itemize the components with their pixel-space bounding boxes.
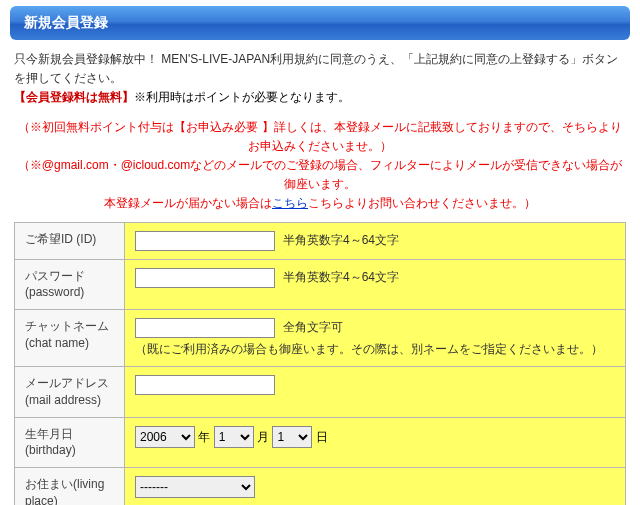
notice-line2: （※@gmail.com・@icloud.comなどのメールでのご登録の場合、フ…: [14, 156, 626, 194]
mail-input[interactable]: [135, 375, 275, 395]
birthday-day-select[interactable]: 1: [272, 426, 312, 448]
notice-block: （※初回無料ポイント付与は【お申込み必要 】詳しくは、本登録メールに記載致してお…: [0, 114, 640, 222]
intro-line1: 只今新規会員登録解放中！ MEN'S-LIVE-JAPAN利用規約に同意のうえ、…: [14, 52, 618, 85]
label-chatname: チャットネーム (chat name): [15, 310, 125, 367]
month-suffix: 月: [257, 430, 269, 444]
label-mail: メールアドレス (mail address): [15, 367, 125, 418]
password-hint: 半角英数字4～64文字: [283, 268, 399, 286]
label-birthday: 生年月日(birthday): [15, 417, 125, 468]
notice-line3-pre: 本登録メールが届かない場合は: [104, 196, 272, 210]
intro-block: 只今新規会員登録解放中！ MEN'S-LIVE-JAPAN利用規約に同意のうえ、…: [0, 50, 640, 114]
registration-form-table: ご希望ID (ID) 半角英数字4～64文字 パスワード(password) 半…: [14, 222, 626, 506]
label-id: ご希望ID (ID): [15, 222, 125, 259]
page-title: 新規会員登録: [24, 14, 616, 32]
label-password: パスワード(password): [15, 259, 125, 310]
day-suffix: 日: [316, 430, 328, 444]
chatname-hint1: 全角文字可: [283, 318, 343, 336]
birthday-month-select[interactable]: 1: [214, 426, 254, 448]
living-select[interactable]: -------: [135, 476, 255, 498]
notice-line1: （※初回無料ポイント付与は【お申込み必要 】詳しくは、本登録メールに記載致してお…: [14, 118, 626, 156]
form-wrap: ご希望ID (ID) 半角英数字4～64文字 パスワード(password) 半…: [0, 222, 640, 506]
intro-free-label: 【会員登録料は無料】: [14, 90, 134, 104]
chatname-input[interactable]: [135, 318, 275, 338]
chatname-hint2: （既にご利用済みの場合も御座います。その際は、別ネームをご指定くださいませ。）: [135, 340, 615, 358]
id-input[interactable]: [135, 231, 275, 251]
contact-link[interactable]: こちら: [272, 196, 308, 210]
password-input[interactable]: [135, 268, 275, 288]
birthday-year-select[interactable]: 2006: [135, 426, 195, 448]
notice-line3-post: こちらよりお問い合わせくださいませ。）: [308, 196, 536, 210]
year-suffix: 年: [198, 430, 210, 444]
header-bar: 新規会員登録: [10, 6, 630, 40]
label-living: お住まい(living place): [15, 468, 125, 505]
intro-line2-suffix: ※利用時はポイントが必要となります。: [134, 90, 350, 104]
id-hint: 半角英数字4～64文字: [283, 231, 399, 249]
